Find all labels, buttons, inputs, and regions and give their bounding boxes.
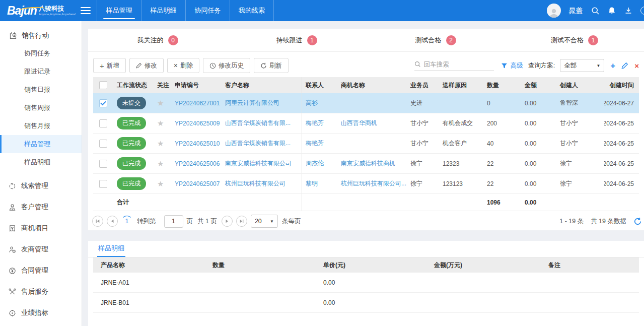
page-unit-label: 页 (187, 217, 193, 226)
sidebar-item-partner-management[interactable]: 友商管理 (0, 239, 82, 260)
customer-link[interactable]: 山西晋华煤炭销售有限... (222, 134, 302, 153)
last-page-button[interactable] (236, 216, 247, 227)
customer-link[interactable]: 杭州巨玩科技有限公司 (222, 174, 302, 193)
current-page-indicator[interactable]: 1 (121, 216, 132, 227)
sidebar-item-after-sales-service[interactable]: 售后服务 (0, 281, 82, 302)
sidebar-item-sales-weekly[interactable]: 销售周报 (0, 99, 82, 117)
table-row[interactable]: 已完成 ★ YP20240625010 山西晋华煤炭销售有限... 梅艳芳 甘小… (93, 134, 639, 154)
hamburger-menu-icon[interactable] (81, 7, 91, 14)
refresh-button[interactable]: 刷新 (254, 58, 289, 73)
star-icon[interactable]: ★ (157, 159, 164, 168)
refresh-data-icon[interactable] (633, 217, 642, 226)
user-name[interactable]: 晁盖 (568, 6, 583, 16)
status-badge: 未提交 (117, 97, 146, 109)
sample-detail-panel: 样品明细 产品名称 数量 单价(元) 金额(万元) 备注 JRNE-A01 0.… (88, 241, 644, 326)
brand-tagline: Anyone,Anytime,Anywhere! (39, 13, 76, 16)
contact-link[interactable]: 高衫 (302, 93, 337, 113)
sidebar: 销售行动 协同任务 跟进记录 销售日报 销售周报 销售月报 样品管理 样品明细 … (0, 21, 82, 326)
first-page-button[interactable] (92, 216, 103, 227)
detail-row[interactable]: JRNE-A01 0.00 (93, 273, 639, 293)
apply-no-link[interactable]: YP20240625010 (171, 134, 222, 153)
opportunity-link[interactable]: 杭州巨玩科技有限公司... (337, 174, 407, 193)
status-badge: 已完成 (117, 157, 146, 170)
nav-tab-my-leads[interactable]: 我的线索 (230, 0, 274, 21)
contact-link[interactable]: 周杰伦 (302, 154, 337, 173)
tab-sample-detail[interactable]: 样品明细 (97, 241, 125, 257)
query-plan-select[interactable]: 全部 ▼ (560, 59, 604, 72)
apply-no-link[interactable]: YP20240625007 (171, 174, 222, 193)
sidebar-item-sales-daily[interactable]: 销售日报 (0, 81, 82, 99)
filter-tab-my-followed[interactable]: 我关注的 0 (88, 29, 227, 51)
goto-label: 转到第 (137, 217, 156, 226)
filter-tab-continuous-followup[interactable]: 持续跟进 1 (227, 29, 366, 51)
table-row[interactable]: 已完成 ★ YP20240625006 南京安威德科技有限公司 周杰伦 南京安威… (93, 154, 639, 174)
delete-plan-icon[interactable]: × (634, 62, 639, 70)
add-button[interactable]: + 新增 (93, 58, 126, 73)
nav-tab-sample-detail[interactable]: 样品明细 (141, 0, 185, 21)
search-box (414, 61, 494, 71)
filter-funnel-icon[interactable] (501, 62, 508, 69)
filter-tab-test-failed[interactable]: 测试不合格 1 (505, 29, 644, 51)
goto-page-input[interactable] (164, 215, 183, 228)
add-plan-icon[interactable]: + (610, 61, 615, 70)
chevron-down-icon: ▼ (596, 63, 600, 68)
apply-no-link[interactable]: YP20240627001 (171, 93, 222, 113)
sidebar-item-lead-management[interactable]: 线索管理 (0, 175, 82, 197)
table-row[interactable]: 已完成 ★ YP20240625007 杭州巨玩科技有限公司 黎明 杭州巨玩科技… (93, 174, 639, 194)
search-icon[interactable] (591, 6, 600, 15)
sidebar-item-performance-indicator[interactable]: 业绩指标 (0, 302, 82, 323)
row-checkbox[interactable] (99, 140, 107, 148)
avatar[interactable] (547, 4, 561, 18)
customer-link[interactable]: 山西晋华煤炭销售有限... (222, 113, 302, 133)
opportunity-link[interactable] (337, 93, 407, 113)
nav-tab-sample-management[interactable]: 样品管理 (97, 0, 141, 21)
sidebar-item-opportunity-project[interactable]: 商机项目 (0, 218, 82, 239)
star-icon[interactable]: ★ (157, 139, 164, 148)
sidebar-item-collab-task[interactable]: 协同任务 (0, 44, 82, 62)
search-input[interactable] (424, 61, 487, 68)
row-checkbox[interactable] (99, 119, 107, 127)
edit-plan-icon[interactable] (621, 62, 628, 69)
sidebar-item-contract-management[interactable]: 合同管理 (0, 260, 82, 281)
sidebar-item-sample-management[interactable]: 样品管理 (0, 135, 82, 153)
contact-link[interactable]: 黎明 (302, 174, 337, 193)
sample-table: 工作流状态 关注 申请编号 客户名称 联系人 商机名称 业务员 送样原因 数量 … (93, 77, 639, 211)
star-icon[interactable]: ★ (157, 179, 164, 188)
row-checkbox[interactable] (99, 160, 107, 168)
page-size-select[interactable]: 20 ▼ (251, 215, 278, 228)
bell-icon[interactable] (607, 6, 616, 15)
star-icon[interactable]: ★ (157, 119, 164, 128)
edit-history-button[interactable]: 修改历史 (203, 58, 250, 73)
filter-tab-test-passed[interactable]: 测试合格 2 (366, 29, 505, 51)
advanced-link[interactable]: 高级 (511, 61, 523, 70)
apply-no-link[interactable]: YP20240625009 (171, 113, 222, 133)
next-page-button[interactable] (222, 216, 233, 227)
row-checkbox[interactable] (99, 99, 107, 107)
download-icon[interactable] (624, 6, 633, 15)
help-icon[interactable] (640, 7, 644, 15)
contact-link[interactable]: 梅艳芳 (302, 113, 337, 133)
count-badge: 2 (446, 35, 456, 45)
opportunity-link[interactable]: 山西晋华商机 (337, 113, 407, 133)
star-icon[interactable]: ★ (157, 99, 164, 108)
sidebar-section-sales-action[interactable]: 销售行动 (0, 27, 82, 44)
apply-no-link[interactable]: YP20240625006 (171, 154, 222, 173)
detail-row[interactable]: JRNE-B01 0.00 (93, 293, 639, 313)
table-row[interactable]: 已完成 ★ YP20240625009 山西晋华煤炭销售有限... 梅艳芳 山西… (93, 113, 639, 134)
edit-button[interactable]: 修改 (129, 58, 164, 73)
opportunity-link[interactable] (337, 134, 407, 153)
opportunity-link[interactable]: 南京安威德科技商机 (337, 154, 407, 173)
nav-tab-collab-task[interactable]: 协同任务 (185, 0, 230, 21)
select-all-checkbox[interactable] (99, 81, 107, 89)
customer-link[interactable]: 阿里云计算有限公司 (222, 93, 302, 113)
sidebar-item-sample-detail[interactable]: 样品明细 (0, 153, 82, 171)
row-checkbox[interactable] (99, 180, 107, 188)
sidebar-item-customer-management[interactable]: 客户管理 (0, 197, 82, 218)
delete-button[interactable]: × 删除 (167, 58, 199, 73)
sidebar-item-followup-record[interactable]: 跟进记录 (0, 62, 82, 81)
contact-link[interactable]: 梅艳芳 (302, 134, 337, 153)
prev-page-button[interactable] (107, 216, 118, 227)
customer-link[interactable]: 南京安威德科技有限公司 (222, 154, 302, 173)
table-row[interactable]: 未提交 ★ YP20240627001 阿里云计算有限公司 高衫 史进 0 0.… (93, 93, 639, 113)
sidebar-item-sales-monthly[interactable]: 销售月报 (0, 117, 82, 135)
